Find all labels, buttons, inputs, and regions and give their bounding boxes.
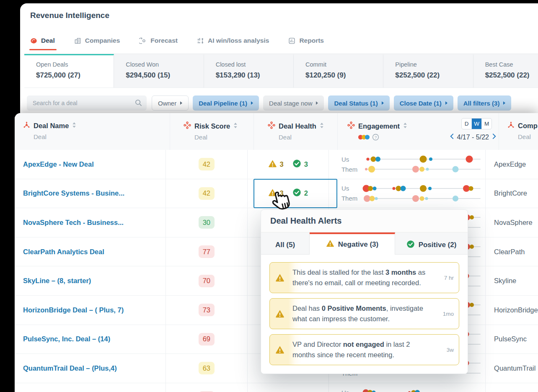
table-row: ApexEdge - New Deal4233UsThemApexEdge [15, 150, 538, 179]
company-cell[interactable]: PulseSync [485, 325, 538, 354]
check-icon[interactable] [292, 159, 301, 170]
deal-name-cell: ClearPath Analytics Deal [15, 237, 166, 266]
deal-name-link[interactable]: ClearPath Analytics Deal [23, 248, 104, 256]
deal-health-alerts-popup: Deal Health Alerts All (5)Negative (3)Po… [261, 209, 468, 374]
company-cell[interactable] [485, 383, 538, 392]
sort-icon[interactable] [72, 122, 76, 130]
sort-icon[interactable] [320, 122, 324, 130]
column-header-deal-name[interactable]: Deal Name Deal [15, 113, 170, 150]
ai-icon [197, 37, 204, 44]
deal-health-cell[interactable]: 32 [247, 179, 328, 208]
deal-name-link[interactable]: HorizonBridge Deal – ( Plus, 7) [23, 306, 124, 314]
tab-ai-win-loss-analysis[interactable]: AI win/loss analysis [197, 37, 269, 50]
negative-count: 3 [280, 160, 284, 168]
alert-card[interactable]: This deal is stalled for the last 3 mont… [269, 262, 459, 293]
company-cell[interactable]: ApexEdge [485, 150, 538, 179]
alert-card[interactable]: VP and Director not engaged in last 2 mo… [269, 334, 459, 365]
summary-card-closed-lost[interactable]: Closed lost$153,290 (13) [204, 54, 294, 88]
deal-name-link[interactable]: BrightCore Systems - Busine... [23, 189, 124, 197]
granularity-week[interactable]: W [471, 119, 481, 129]
warning-icon[interactable] [268, 159, 277, 170]
positive-count: 3 [304, 160, 308, 168]
risk-score-badge: 42 [199, 187, 215, 200]
engagement-dot [419, 167, 424, 172]
summary-card-best-case[interactable]: Best Case$252,500 (22) [473, 54, 538, 88]
hubspot-icon [507, 121, 515, 130]
company-cell[interactable]: BrightCore [485, 179, 538, 208]
tab-deal[interactable]: Deal [30, 37, 55, 50]
us-track [366, 154, 481, 164]
filter-all-filters-3[interactable]: All filters (3) [458, 95, 512, 111]
warning-icon [270, 273, 290, 282]
deal-name-link[interactable]: SkyLine – (8, starter) [23, 277, 91, 285]
filter-deal-stage-now[interactable]: Deal stage now [263, 95, 324, 111]
tab-reports[interactable]: Reports [288, 37, 324, 50]
tab-companies[interactable]: Companies [74, 37, 120, 50]
us-track [366, 387, 481, 392]
nav-tabs: DealCompaniesForecastAI win/loss analysi… [30, 33, 324, 50]
summary-card-closed-won[interactable]: Closed Won$294,500 (15) [114, 54, 204, 88]
filter-deal-status-1[interactable]: Deal Status (1) [328, 95, 389, 111]
summary-card-commit[interactable]: Commit$120,250 (9) [294, 54, 383, 88]
popup-tabs: All (5)Negative (3)Positive (2) [261, 232, 468, 255]
engagement-cell: UsThem [328, 150, 485, 179]
summary-card-pipeline[interactable]: Pipeline$252,500 (22) [383, 54, 473, 88]
filter-owner[interactable]: Owner [152, 95, 189, 111]
deal-name-link[interactable]: ApexEdge - New Deal [23, 160, 94, 168]
deal-name-link[interactable]: QuantumTrail Deal – (Plus,4) [23, 364, 117, 372]
granularity-month[interactable]: M [481, 119, 491, 129]
popup-tab-label: Positive (2) [419, 241, 457, 249]
risk-score-badge: 77 [199, 245, 215, 258]
search-input[interactable] [27, 95, 147, 111]
column-subtitle: Deal [194, 134, 253, 141]
them-track [366, 193, 481, 204]
summary-card-open-deals[interactable]: Open Deals$725,000 (27) [24, 54, 114, 88]
popup-tab-positive-2[interactable]: Positive (2) [395, 232, 468, 254]
card-value: $252,500 (22) [395, 71, 473, 80]
filter-deal-pipeline-1[interactable]: Deal Pipeline (1) [193, 95, 259, 111]
column-header-engagement[interactable]: Engagement ? D W M [337, 113, 499, 150]
sort-icon[interactable] [403, 122, 407, 130]
granularity-day[interactable]: D [462, 119, 471, 129]
check-icon[interactable] [292, 188, 301, 199]
engagement-dot [412, 166, 419, 173]
filter-close-date-1[interactable]: Close Date (1) [394, 95, 453, 111]
column-header-risk-score[interactable]: Risk Score Deal [170, 113, 253, 150]
popup-tab-label: All (5) [275, 241, 295, 249]
deal-name-cell: SkyLine – (8, starter) [15, 266, 166, 295]
deal-health-cell[interactable]: 33 [247, 150, 328, 179]
warning-icon[interactable] [268, 188, 277, 199]
deal-search [27, 95, 147, 111]
engagement-dot [429, 157, 432, 161]
popup-tab-all-5[interactable]: All (5) [261, 232, 310, 254]
us-track [366, 183, 481, 193]
risk-score-cell: 63 [166, 354, 247, 383]
engagement-dot [466, 156, 473, 163]
company-cell[interactable]: QuantumTrail [485, 354, 538, 383]
company-cell[interactable]: HorizonBridge [485, 296, 538, 325]
warning-icon [326, 239, 334, 250]
tab-label: Companies [85, 37, 120, 44]
company-cell[interactable]: ClearPath [485, 237, 538, 266]
column-header-deal-health[interactable]: Deal Health Deal [253, 113, 337, 150]
tab-forecast[interactable]: Forecast [139, 37, 178, 50]
alert-card[interactable]: Deal has 0 Positive Moments, investigate… [269, 298, 459, 329]
engagement-dot [365, 168, 367, 170]
sort-icon[interactable] [233, 122, 238, 130]
deal-health-cell[interactable] [247, 383, 328, 392]
help-icon[interactable]: ? [372, 134, 379, 141]
deal-name-link[interactable]: PulseSync, Inc. Deal – (14) [23, 335, 110, 343]
company-cell[interactable]: NovaSphere [485, 208, 538, 237]
chevron-right-icon[interactable] [492, 133, 496, 141]
column-header-company[interactable]: Comp Deal [499, 113, 538, 150]
deal-name-link[interactable]: NovaSphere Tech - Business... [23, 219, 124, 227]
engagement-dot [419, 156, 427, 163]
popup-tab-negative-3[interactable]: Negative (3) [310, 232, 395, 255]
engagement-dot [453, 196, 458, 201]
engagement-cell: UsThem [328, 179, 485, 208]
chevron-left-icon[interactable] [450, 133, 454, 141]
engagement-dot [372, 391, 376, 392]
company-cell[interactable]: Skyline [485, 266, 538, 295]
deal-name-cell: NovaSphere Tech - Business... [15, 208, 166, 237]
engagement-dot [375, 197, 378, 200]
